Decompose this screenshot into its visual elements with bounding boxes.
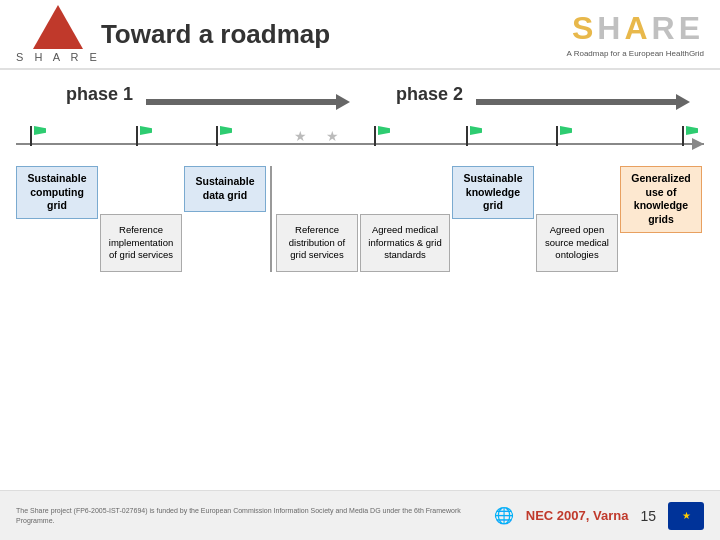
flag-7: [682, 126, 698, 146]
footer-description: The Share project (FP6-2005-IST-027694) …: [16, 506, 494, 526]
flag-4: [374, 126, 390, 146]
agreed-open-box: Agreed open source medical ontologies: [536, 214, 618, 272]
col-sustainable-knowledge: Sustainable knowledge grid: [452, 166, 534, 219]
flag-pole: [466, 126, 468, 146]
page-title: Toward a roadmap: [101, 19, 567, 50]
phase-separator: [270, 166, 272, 272]
phase2-arrow: [476, 94, 690, 110]
flag-banner: [560, 126, 572, 135]
spacer-2: [276, 166, 358, 212]
flag-6: [556, 126, 572, 146]
phase1-label: phase 1: [66, 84, 133, 105]
reference-impl-box: Reference implementation of grid service…: [100, 214, 182, 272]
header: S H A R E Toward a roadmap SHARE A Roadm…: [0, 0, 720, 70]
phase2-arrow-body: [476, 99, 676, 105]
footer-right: 🌐 NEC 2007, Varna 15 ★: [494, 502, 704, 530]
flag-1: [30, 126, 46, 146]
col-agreed-medical: Agreed medical informatics & grid standa…: [360, 166, 450, 272]
flag-pole: [216, 126, 218, 146]
flag-5: [466, 126, 482, 146]
col-reference-impl: Reference implementation of grid service…: [100, 166, 182, 272]
flag-3: [216, 126, 232, 146]
flag-pole: [374, 126, 376, 146]
conference-label: NEC 2007, Varna: [526, 508, 629, 523]
share-tagline: A Roadmap for a European HealthGrid: [567, 49, 704, 58]
share-logo-text: SHARE: [572, 10, 704, 47]
agreed-medical-box: Agreed medical informatics & grid standa…: [360, 214, 450, 272]
phase1-arrow-body: [146, 99, 336, 105]
phase2-label: phase 2: [396, 84, 463, 105]
col-sustainable-data: Sustainable data grid: [184, 166, 266, 212]
reference-dist-box: Reference distribution of grid services: [276, 214, 358, 272]
timeline-row: ★ ★: [16, 126, 704, 162]
share-text-small: S H A R E: [16, 51, 101, 63]
col-agreed-open: Agreed open source medical ontologies: [536, 166, 618, 272]
eu-logo: ★: [668, 502, 704, 530]
timeline-line: [16, 143, 704, 145]
flag-pole: [556, 126, 558, 146]
flag-banner: [470, 126, 482, 135]
flag-banner: [686, 126, 698, 135]
share-logo-left: S H A R E: [16, 5, 101, 63]
spacer-1: [100, 166, 182, 212]
flag-banner: [378, 126, 390, 135]
spacer-3: [360, 166, 450, 212]
share-logo-right: SHARE A Roadmap for a European HealthGri…: [567, 10, 704, 58]
flag-ghost-1: ★: [294, 128, 307, 144]
col-generalized: Generalized use of knowledge grids: [620, 166, 702, 233]
phase1-arrow-head: [336, 94, 350, 110]
flag-pole: [682, 126, 684, 146]
phase2-arrow-head: [676, 94, 690, 110]
generalized-box: Generalized use of knowledge grids: [620, 166, 702, 233]
main-content: phase 1 phase 2: [0, 70, 720, 490]
sustainable-computing-box: Sustainable computing grid: [16, 166, 98, 219]
flag-banner: [140, 126, 152, 135]
footer: The Share project (FP6-2005-IST-027694) …: [0, 490, 720, 540]
col-reference-dist: Reference distribution of grid services: [276, 166, 358, 272]
page-number: 15: [640, 508, 656, 524]
diagram-items: Sustainable computing grid Reference imp…: [16, 166, 704, 272]
phases-row: phase 1 phase 2: [16, 80, 704, 116]
spacer-4: [536, 166, 618, 212]
col-sustainable-computing: Sustainable computing grid: [16, 166, 98, 219]
globe-icon: 🌐: [494, 506, 514, 525]
flag-pole: [136, 126, 138, 146]
triangle-icon: [33, 5, 83, 49]
flag-banner: [220, 126, 232, 135]
flag-pole: [30, 126, 32, 146]
sustainable-data-box: Sustainable data grid: [184, 166, 266, 212]
flag-ghost-2: ★: [326, 128, 339, 144]
phase1-arrow: [146, 94, 350, 110]
flag-2: [136, 126, 152, 146]
sustainable-knowledge-box: Sustainable knowledge grid: [452, 166, 534, 219]
flag-banner: [34, 126, 46, 135]
